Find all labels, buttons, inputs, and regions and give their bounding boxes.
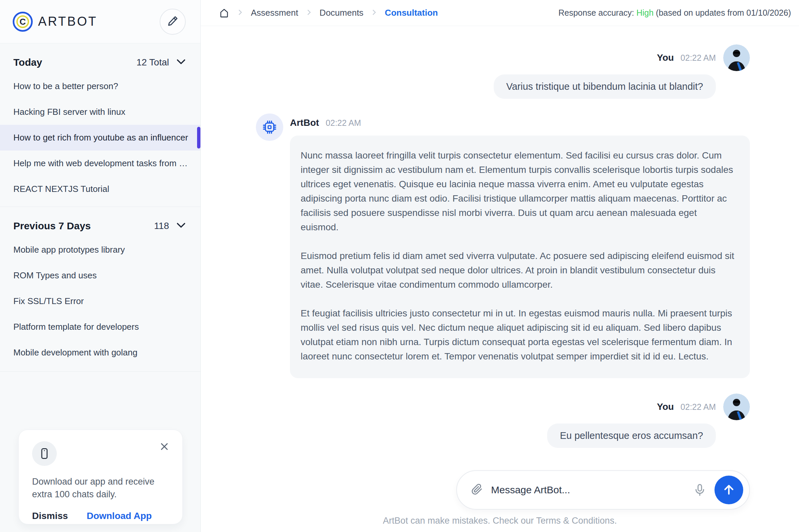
chat-history-item[interactable]: Platform template for developers — [0, 314, 200, 340]
app-logo: C ARTBOT — [13, 12, 97, 32]
section-today-header: Today 12 Total — [0, 52, 200, 73]
sidebar: C ARTBOT Today 12 Total How to be a bett… — [0, 0, 201, 532]
sidebar-header: C ARTBOT — [0, 0, 200, 43]
user-avatar — [723, 394, 750, 420]
new-chat-button[interactable] — [160, 9, 186, 35]
bot-paragraph: Euismod pretium felis id diam amet sed v… — [301, 249, 737, 292]
bot-paragraph: Nunc massa laoreet fringilla velit turpi… — [301, 148, 737, 234]
chat-area: You 02:22 AM Varius tristique ut bibendu… — [201, 26, 799, 465]
chevron-down-icon — [176, 223, 186, 229]
section-previous-toggle[interactable]: 118 — [154, 221, 186, 231]
chat-history-item[interactable]: ROM Types and uses — [0, 263, 200, 288]
chat-history-item[interactable]: How to be a better person? — [0, 73, 200, 99]
app-title: ARTBOT — [38, 14, 97, 29]
response-accuracy: Response accuracy: High (based on update… — [559, 8, 791, 18]
message-bubble: Nunc massa laoreet fringilla velit turpi… — [290, 135, 750, 378]
section-count: 118 — [154, 221, 169, 231]
chevron-right-icon — [307, 9, 311, 17]
accuracy-value: High — [636, 8, 653, 17]
section-count: 12 Total — [136, 57, 169, 68]
bot-message: ArtBot 02:22 AM Nunc massa laoreet fring… — [256, 113, 750, 378]
chat-history-item[interactable]: REACT NEXTJS Tutorial — [0, 176, 200, 202]
chat-history-item[interactable]: Fix SSL/TLS Error — [0, 288, 200, 314]
chevron-down-icon — [176, 59, 186, 66]
download-app-card: Download our app and receive extra 100 c… — [18, 430, 183, 524]
disclaimer-text: ArtBot can make mistakes. Check our Term… — [201, 516, 799, 526]
breadcrumb-consultation[interactable]: Consultation — [385, 8, 438, 18]
user-avatar — [723, 44, 750, 71]
topbar: Assessment Documents Consultation Respon… — [201, 0, 799, 26]
breadcrumb-documents[interactable]: Documents — [320, 8, 364, 18]
message-bubble: Varius tristique ut bibendum lacinia ut … — [494, 74, 716, 99]
section-title: Previous 7 Days — [13, 220, 91, 232]
bot-avatar-chip-icon — [256, 113, 283, 141]
message-time: 02:22 AM — [680, 402, 716, 412]
attachment-paperclip-icon[interactable] — [470, 483, 483, 497]
microphone-icon[interactable] — [690, 480, 710, 500]
send-button[interactable] — [714, 476, 743, 504]
home-icon[interactable] — [219, 8, 230, 18]
section-previous-7-days: Previous 7 Days 118 Mobile app prototype… — [0, 207, 200, 372]
sender-name: ArtBot — [290, 117, 319, 128]
phone-icon — [32, 441, 57, 466]
message-bubble: Eu pellentesque eros accumsan? — [547, 423, 716, 448]
section-previous-header: Previous 7 Days 118 — [0, 215, 200, 237]
message-composer — [456, 470, 750, 510]
download-card-text: Download our app and receive extra 100 c… — [32, 475, 176, 501]
dismiss-button[interactable]: Dismiss — [32, 511, 68, 521]
bot-paragraph: Et feugiat facilisis ultricies justo con… — [301, 306, 737, 363]
sender-name: You — [657, 52, 674, 63]
message-time: 02:22 AM — [680, 53, 716, 63]
user-message: You 02:22 AM Eu pellentesque eros accums… — [256, 394, 750, 448]
chat-history-item[interactable]: Hacking FBI server with linux — [0, 99, 200, 125]
chat-history-item[interactable]: Mobile development with golang — [0, 340, 200, 365]
section-today-toggle[interactable]: 12 Total — [136, 57, 186, 68]
main-panel: Assessment Documents Consultation Respon… — [201, 0, 799, 532]
message-input[interactable] — [491, 484, 690, 496]
sender-name: You — [657, 401, 674, 412]
user-message: You 02:22 AM Varius tristique ut bibendu… — [256, 44, 750, 99]
sidebar-divider — [0, 372, 200, 372]
chat-history-item[interactable]: Mobile app prototypes library — [0, 237, 200, 263]
section-title: Today — [13, 57, 42, 68]
section-today: Today 12 Total How to be a better person… — [0, 43, 200, 202]
arrow-up-icon — [722, 482, 736, 498]
chat-history-item-selected[interactable]: How to get rich from youtube as an influ… — [0, 125, 200, 151]
chat-history-item[interactable]: Help me with web development tasks from … — [0, 151, 200, 176]
breadcrumb: Assessment Documents Consultation — [219, 8, 438, 18]
close-icon[interactable] — [157, 439, 172, 454]
pencil-icon — [167, 15, 179, 28]
download-app-button[interactable]: Download App — [87, 511, 152, 521]
breadcrumb-assessment[interactable]: Assessment — [251, 8, 298, 18]
message-time: 02:22 AM — [326, 118, 361, 128]
chevron-right-icon — [372, 9, 376, 17]
logo-letter: C — [16, 15, 29, 28]
chevron-right-icon — [238, 9, 242, 17]
logo-icon: C — [13, 12, 33, 32]
